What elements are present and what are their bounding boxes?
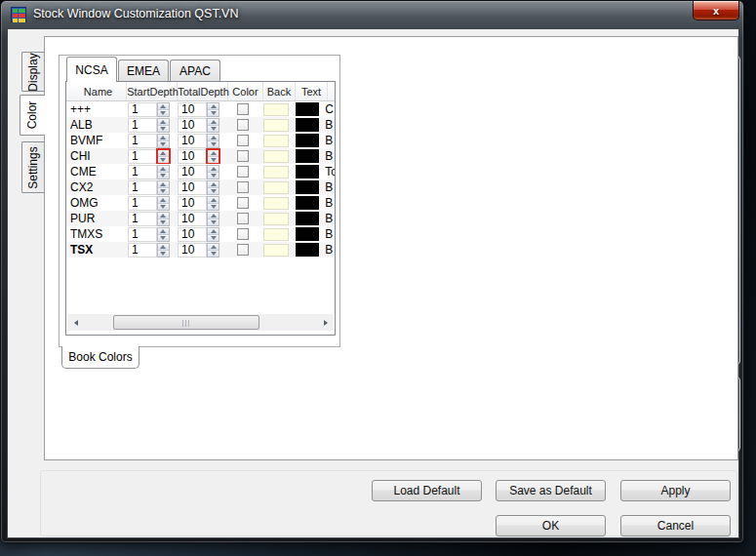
start-depth-spinner[interactable]: 1 bbox=[128, 196, 170, 211]
tab-color[interactable]: Color bbox=[20, 95, 45, 136]
scrollbar-thumb[interactable] bbox=[113, 315, 259, 330]
total-depth-spinner[interactable]: 10 bbox=[178, 118, 219, 133]
spin-down-icon[interactable] bbox=[158, 173, 169, 179]
start-depth-spinner[interactable]: 1 bbox=[128, 227, 170, 242]
spin-down-icon[interactable] bbox=[158, 157, 169, 163]
back-color-swatch[interactable] bbox=[263, 150, 289, 163]
total-depth-spinner[interactable]: 10 bbox=[178, 243, 219, 258]
start-depth-spinner[interactable]: 1 bbox=[128, 102, 170, 117]
color-checkbox[interactable] bbox=[237, 135, 249, 146]
spin-up-icon[interactable] bbox=[158, 244, 169, 251]
text-color-swatch[interactable] bbox=[296, 212, 319, 225]
tab-emea[interactable]: EMEA bbox=[118, 60, 169, 82]
spin-down-icon[interactable] bbox=[208, 204, 219, 210]
text-color-swatch[interactable] bbox=[296, 243, 319, 257]
spinner-buttons[interactable] bbox=[207, 102, 219, 117]
spin-up-icon[interactable] bbox=[208, 213, 219, 219]
spin-up-icon[interactable] bbox=[158, 135, 169, 141]
spin-up-icon[interactable] bbox=[158, 103, 169, 110]
tab-book-colors[interactable]: Book Colors bbox=[61, 346, 139, 369]
spin-up-icon[interactable] bbox=[158, 181, 169, 188]
cancel-button[interactable]: Cancel bbox=[620, 515, 731, 536]
spinner-buttons[interactable] bbox=[157, 196, 170, 211]
spinner-buttons[interactable] bbox=[207, 227, 219, 242]
text-color-swatch[interactable] bbox=[296, 134, 319, 147]
spin-down-icon[interactable] bbox=[208, 235, 219, 241]
spinner-buttons[interactable] bbox=[207, 180, 219, 195]
spin-down-icon[interactable] bbox=[158, 251, 169, 257]
text-color-swatch[interactable] bbox=[296, 149, 319, 163]
spin-down-icon[interactable] bbox=[158, 204, 169, 210]
spin-up-icon[interactable] bbox=[208, 228, 219, 235]
close-button[interactable]: x bbox=[693, 1, 739, 20]
color-checkbox[interactable] bbox=[237, 150, 249, 162]
back-color-swatch[interactable] bbox=[263, 181, 289, 194]
back-color-swatch[interactable] bbox=[263, 197, 289, 210]
spinner-buttons[interactable] bbox=[207, 212, 219, 226]
total-depth-spinner[interactable]: 10 bbox=[178, 149, 219, 164]
spinner-buttons[interactable] bbox=[207, 134, 219, 148]
back-color-swatch[interactable] bbox=[263, 135, 289, 147]
spin-down-icon[interactable] bbox=[208, 173, 219, 179]
spin-up-icon[interactable] bbox=[158, 150, 169, 157]
start-depth-spinner[interactable]: 1 bbox=[128, 243, 170, 258]
spinner-buttons[interactable] bbox=[207, 118, 219, 133]
text-color-swatch[interactable] bbox=[296, 165, 319, 179]
spinner-buttons[interactable] bbox=[157, 165, 170, 179]
spinner-buttons[interactable] bbox=[157, 227, 170, 242]
spin-down-icon[interactable] bbox=[158, 126, 169, 132]
spinner-buttons[interactable] bbox=[157, 243, 170, 258]
total-depth-spinner[interactable]: 10 bbox=[178, 165, 219, 179]
spin-up-icon[interactable] bbox=[158, 119, 169, 126]
color-checkbox[interactable] bbox=[237, 244, 249, 256]
ok-button[interactable]: OK bbox=[496, 515, 606, 536]
back-color-swatch[interactable] bbox=[263, 166, 289, 179]
spinner-buttons[interactable] bbox=[207, 165, 219, 179]
spin-up-icon[interactable] bbox=[208, 135, 219, 141]
color-checkbox[interactable] bbox=[237, 119, 249, 131]
save-as-default-button[interactable]: Save as Default bbox=[496, 480, 606, 501]
spin-up-icon[interactable] bbox=[158, 228, 169, 235]
spin-down-icon[interactable] bbox=[158, 235, 169, 241]
color-checkbox[interactable] bbox=[237, 166, 249, 178]
spin-down-icon[interactable] bbox=[208, 141, 219, 147]
total-depth-spinner[interactable]: 10 bbox=[178, 134, 219, 148]
text-color-swatch[interactable] bbox=[296, 227, 319, 241]
spin-down-icon[interactable] bbox=[158, 141, 169, 147]
load-default-button[interactable]: Load Default bbox=[372, 480, 482, 501]
start-depth-spinner[interactable]: 1 bbox=[128, 180, 170, 195]
tab-settings[interactable]: Settings bbox=[21, 141, 44, 193]
tab-ncsa[interactable]: NCSA bbox=[66, 57, 117, 82]
start-depth-spinner[interactable]: 1 bbox=[128, 149, 170, 164]
start-depth-spinner[interactable]: 1 bbox=[128, 118, 170, 133]
back-color-swatch[interactable] bbox=[263, 103, 289, 116]
back-color-swatch[interactable] bbox=[263, 228, 289, 241]
spin-down-icon[interactable] bbox=[158, 219, 169, 225]
scroll-left-icon[interactable] bbox=[67, 314, 84, 331]
spin-up-icon[interactable] bbox=[158, 197, 169, 204]
spin-up-icon[interactable] bbox=[208, 103, 219, 110]
total-depth-spinner[interactable]: 10 bbox=[178, 212, 219, 226]
tab-apac[interactable]: APAC bbox=[170, 60, 220, 82]
text-color-swatch[interactable] bbox=[296, 102, 319, 116]
spin-up-icon[interactable] bbox=[208, 244, 219, 251]
spinner-buttons[interactable] bbox=[207, 243, 219, 258]
start-depth-spinner[interactable]: 1 bbox=[128, 134, 170, 148]
spin-down-icon[interactable] bbox=[158, 188, 169, 194]
spin-down-icon[interactable] bbox=[208, 188, 219, 194]
color-checkbox[interactable] bbox=[237, 213, 249, 224]
color-checkbox[interactable] bbox=[237, 181, 249, 193]
back-color-swatch[interactable] bbox=[263, 213, 289, 225]
spin-up-icon[interactable] bbox=[158, 166, 169, 173]
spin-down-icon[interactable] bbox=[208, 126, 219, 132]
color-checkbox[interactable] bbox=[237, 228, 249, 240]
spinner-buttons[interactable] bbox=[157, 102, 170, 117]
total-depth-spinner[interactable]: 10 bbox=[178, 196, 219, 211]
spin-up-icon[interactable] bbox=[158, 213, 169, 219]
total-depth-spinner[interactable]: 10 bbox=[178, 180, 219, 195]
color-checkbox[interactable] bbox=[237, 103, 249, 115]
spin-down-icon[interactable] bbox=[208, 219, 219, 225]
spin-up-icon[interactable] bbox=[208, 150, 219, 157]
start-depth-spinner[interactable]: 1 bbox=[128, 165, 170, 179]
scroll-right-icon[interactable] bbox=[317, 314, 334, 331]
